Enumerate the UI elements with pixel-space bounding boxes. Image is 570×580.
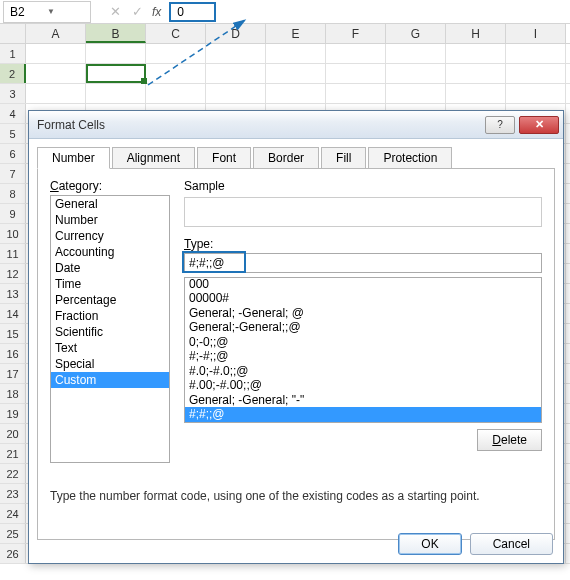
- cell-I1[interactable]: [506, 44, 566, 63]
- type-input[interactable]: [184, 253, 542, 273]
- tab-font[interactable]: Font: [197, 147, 251, 168]
- row-header-1[interactable]: 1: [0, 44, 26, 63]
- cell-F3[interactable]: [326, 84, 386, 103]
- category-item[interactable]: Scientific: [51, 324, 169, 340]
- type-option[interactable]: 0;-0;;@: [185, 335, 541, 350]
- row-header-7[interactable]: 7: [0, 164, 26, 183]
- fx-icon[interactable]: fx: [148, 5, 165, 19]
- row-header-26[interactable]: 26: [0, 544, 26, 563]
- category-item[interactable]: Accounting: [51, 244, 169, 260]
- cell-I3[interactable]: [506, 84, 566, 103]
- type-option[interactable]: 000: [185, 277, 541, 291]
- type-option[interactable]: General;-General;;@: [185, 320, 541, 335]
- category-item[interactable]: Special: [51, 356, 169, 372]
- category-item[interactable]: Number: [51, 212, 169, 228]
- col-header-G[interactable]: G: [386, 24, 446, 43]
- row-header-25[interactable]: 25: [0, 524, 26, 543]
- row-header-20[interactable]: 20: [0, 424, 26, 443]
- cell-E1[interactable]: [266, 44, 326, 63]
- select-all-corner[interactable]: [0, 24, 26, 43]
- cell-A1[interactable]: [26, 44, 86, 63]
- col-header-I[interactable]: I: [506, 24, 566, 43]
- col-header-B[interactable]: B: [86, 24, 146, 43]
- cell-D3[interactable]: [206, 84, 266, 103]
- row-header-9[interactable]: 9: [0, 204, 26, 223]
- cell-A3[interactable]: [26, 84, 86, 103]
- row-header-16[interactable]: 16: [0, 344, 26, 363]
- col-header-A[interactable]: A: [26, 24, 86, 43]
- row-header-11[interactable]: 11: [0, 244, 26, 263]
- cell-F1[interactable]: [326, 44, 386, 63]
- row-header-18[interactable]: 18: [0, 384, 26, 403]
- category-item[interactable]: Fraction: [51, 308, 169, 324]
- type-option[interactable]: #.00;-#.00;;@: [185, 378, 541, 393]
- category-item[interactable]: Custom: [51, 372, 169, 388]
- cell-C2[interactable]: [146, 64, 206, 83]
- ok-button[interactable]: OK: [398, 533, 461, 555]
- col-header-C[interactable]: C: [146, 24, 206, 43]
- cell-C3[interactable]: [146, 84, 206, 103]
- row-header-13[interactable]: 13: [0, 284, 26, 303]
- category-list[interactable]: GeneralNumberCurrencyAccountingDateTimeP…: [50, 195, 170, 463]
- row-header-5[interactable]: 5: [0, 124, 26, 143]
- cell-B2[interactable]: [86, 64, 146, 83]
- type-option[interactable]: #.0;-#.0;;@: [185, 364, 541, 379]
- cell-G2[interactable]: [386, 64, 446, 83]
- cell-H3[interactable]: [446, 84, 506, 103]
- row-header-12[interactable]: 12: [0, 264, 26, 283]
- tab-number[interactable]: Number: [37, 147, 110, 169]
- cell-E3[interactable]: [266, 84, 326, 103]
- row-header-21[interactable]: 21: [0, 444, 26, 463]
- cell-H1[interactable]: [446, 44, 506, 63]
- row-header-2[interactable]: 2: [0, 64, 26, 83]
- cell-A2[interactable]: [26, 64, 86, 83]
- tab-border[interactable]: Border: [253, 147, 319, 168]
- category-item[interactable]: Percentage: [51, 292, 169, 308]
- category-item[interactable]: Currency: [51, 228, 169, 244]
- cell-C1[interactable]: [146, 44, 206, 63]
- type-option[interactable]: 00000#: [185, 291, 541, 306]
- row-header-14[interactable]: 14: [0, 304, 26, 323]
- name-box-dropdown-icon[interactable]: ▼: [47, 7, 84, 16]
- cell-B3[interactable]: [86, 84, 146, 103]
- row-header-24[interactable]: 24: [0, 504, 26, 523]
- col-header-E[interactable]: E: [266, 24, 326, 43]
- cell-D1[interactable]: [206, 44, 266, 63]
- cell-G3[interactable]: [386, 84, 446, 103]
- delete-button[interactable]: Delete: [477, 429, 542, 451]
- row-header-23[interactable]: 23: [0, 484, 26, 503]
- row-header-19[interactable]: 19: [0, 404, 26, 423]
- type-option[interactable]: General; -General; "-": [185, 393, 541, 408]
- formula-value[interactable]: 0: [169, 2, 216, 22]
- category-item[interactable]: Text: [51, 340, 169, 356]
- type-option[interactable]: #;-#;;@: [185, 349, 541, 364]
- row-header-22[interactable]: 22: [0, 464, 26, 483]
- type-option[interactable]: General; -General; @: [185, 306, 541, 321]
- cell-G1[interactable]: [386, 44, 446, 63]
- cell-I2[interactable]: [506, 64, 566, 83]
- cell-B1[interactable]: [86, 44, 146, 63]
- tab-protection[interactable]: Protection: [368, 147, 452, 168]
- type-list[interactable]: 000000000000#General; -General; @General…: [184, 277, 542, 423]
- col-header-H[interactable]: H: [446, 24, 506, 43]
- category-item[interactable]: Time: [51, 276, 169, 292]
- cell-F2[interactable]: [326, 64, 386, 83]
- cell-H2[interactable]: [446, 64, 506, 83]
- name-box[interactable]: B2 ▼: [3, 1, 91, 23]
- type-option[interactable]: #;#;;@: [185, 407, 541, 422]
- row-header-17[interactable]: 17: [0, 364, 26, 383]
- help-button[interactable]: ?: [485, 116, 515, 134]
- close-button[interactable]: ✕: [519, 116, 559, 134]
- dialog-titlebar[interactable]: Format Cells ? ✕: [29, 111, 563, 139]
- col-header-D[interactable]: D: [206, 24, 266, 43]
- row-header-10[interactable]: 10: [0, 224, 26, 243]
- category-item[interactable]: General: [51, 196, 169, 212]
- cancel-button[interactable]: Cancel: [470, 533, 553, 555]
- col-header-F[interactable]: F: [326, 24, 386, 43]
- row-header-6[interactable]: 6: [0, 144, 26, 163]
- row-header-3[interactable]: 3: [0, 84, 26, 103]
- cell-E2[interactable]: [266, 64, 326, 83]
- row-header-8[interactable]: 8: [0, 184, 26, 203]
- tab-fill[interactable]: Fill: [321, 147, 366, 168]
- row-header-15[interactable]: 15: [0, 324, 26, 343]
